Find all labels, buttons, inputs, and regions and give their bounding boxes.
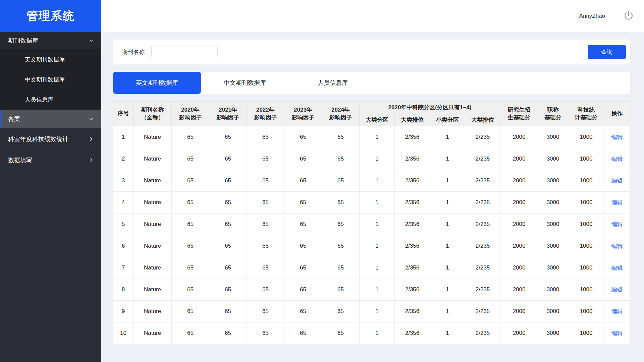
table-row: 7Nature656565656512/35612/23520003000100… [113, 257, 630, 279]
table-row: 1Nature656565656512/35612/23520003000100… [113, 126, 630, 148]
table-cell: 2000 [500, 301, 538, 322]
table-cell: Nature [133, 235, 172, 257]
table-cell: 65 [322, 301, 360, 322]
table-cell: 10 [113, 322, 133, 344]
table-cell: 65 [247, 279, 284, 301]
table-cell: 6 [113, 235, 133, 257]
sidebar-item-label: 备案 [8, 115, 20, 123]
table-cell: 2 [113, 148, 133, 170]
table-cell: 65 [172, 257, 209, 279]
table-cell: 65 [284, 214, 322, 235]
table-cell: 65 [209, 148, 247, 170]
power-icon[interactable] [623, 10, 634, 22]
table-cell: 65 [209, 301, 247, 322]
table-cell: 65 [209, 170, 247, 192]
table-cell: 1 [430, 214, 465, 235]
sidebar-item-personnel-db[interactable]: 人员信息库 [0, 89, 101, 110]
col-major-partition: 大类分区 [360, 114, 395, 126]
table-cell: 65 [284, 301, 322, 322]
table-cell: Nature [133, 126, 172, 148]
table-cell: 1 [430, 322, 465, 344]
main-area: AnnyZhao 期刊名称 查询 英文期刊数据库 中文期刊数据库 人员信息库 [101, 0, 644, 362]
table-cell: 3000 [538, 214, 568, 235]
table-cell: 1000 [568, 214, 604, 235]
table-cell: 65 [284, 235, 322, 257]
tab-personnel-db[interactable]: 人员信息库 [289, 72, 377, 94]
table-cell: 1 [360, 148, 395, 170]
table-cell: Nature [133, 148, 172, 170]
sidebar-item-chinese-journal-db[interactable]: 中文期刊数据库 [0, 69, 101, 89]
journal-name-input[interactable] [151, 46, 218, 58]
edit-link[interactable]: 编辑 [611, 199, 623, 206]
edit-link[interactable]: 编辑 [611, 243, 623, 249]
table-cell: 1000 [568, 257, 604, 279]
edit-link[interactable]: 编辑 [611, 221, 623, 228]
table-cell: 1 [113, 126, 133, 148]
sidebar-item-beian[interactable]: 备案 [0, 110, 101, 128]
table-cell: 3000 [538, 279, 568, 301]
edit-link[interactable]: 编辑 [611, 134, 623, 140]
tab-english-journal-db[interactable]: 英文期刊数据库 [113, 72, 201, 94]
table-cell: 65 [284, 192, 322, 214]
table-cell: Nature [133, 322, 172, 344]
table-cell: 4 [113, 192, 133, 214]
sidebar-item-journal-database[interactable]: 期刊数据库 [0, 32, 101, 49]
table-row: 6Nature656565656512/35612/23520003000100… [113, 235, 630, 257]
table-cell: 1 [360, 214, 395, 235]
edit-link[interactable]: 编辑 [611, 308, 623, 315]
sidebar-item-english-journal-db[interactable]: 英文期刊数据库 [0, 49, 101, 69]
table-cell: 2/356 [395, 214, 430, 235]
table-cell: 1 [360, 301, 395, 322]
edit-link[interactable]: 编辑 [611, 156, 623, 162]
table-cell: 65 [322, 192, 360, 214]
table-header: 序号 期刊名称 （全称） 2020年 影响因子 2021年 影响因子 2022年… [113, 102, 630, 126]
journal-table-panel: 序号 期刊名称 （全称） 2020年 影响因子 2021年 影响因子 2022年… [113, 101, 630, 344]
table-cell: 1 [430, 170, 465, 192]
table-cell: 2/235 [465, 148, 500, 170]
edit-link[interactable]: 编辑 [611, 287, 623, 293]
sidebar: 管理系统 期刊数据库 英文期刊数据库 中文期刊数据库 人员信息库 [0, 0, 101, 362]
edit-link[interactable]: 编辑 [611, 330, 623, 337]
table-cell: 65 [322, 235, 360, 257]
table-cell: 65 [172, 214, 209, 235]
col-seq: 序号 [113, 102, 133, 126]
sidebar-item-data-entry[interactable]: 数据填写 [0, 149, 101, 171]
col-major-rank-2: 大类排位 [465, 114, 500, 126]
tab-bar: 英文期刊数据库 中文期刊数据库 人员信息库 [113, 72, 630, 94]
table-cell: 65 [172, 279, 209, 301]
edit-link[interactable]: 编辑 [611, 265, 623, 271]
table-cell: 65 [209, 257, 247, 279]
edit-link[interactable]: 编辑 [611, 178, 623, 184]
table-cell: 2/235 [465, 126, 500, 148]
table-cell: 65 [172, 126, 209, 148]
table-cell: 2/235 [465, 257, 500, 279]
table-cell: 1000 [568, 126, 604, 148]
col-if-2021: 2021年 影响因子 [209, 102, 247, 126]
table-cell: 1000 [568, 148, 604, 170]
table-row: 10Nature656565656512/35612/2352000300010… [113, 322, 630, 344]
query-button[interactable]: 查询 [588, 45, 626, 59]
table-cell: 65 [209, 214, 247, 235]
table-cell: 1 [430, 235, 465, 257]
table-cell: 2000 [500, 214, 538, 235]
table-cell: 5 [113, 214, 133, 235]
col-if-2024: 2024年 影响因子 [322, 102, 360, 126]
table-cell: 65 [172, 170, 209, 192]
username: AnnyZhao [579, 13, 605, 19]
action-cell: 编辑 [604, 322, 630, 344]
table-cell: 2/356 [395, 322, 430, 344]
table-cell: 65 [284, 322, 322, 344]
sidebar-item-dept-annual-tech-stats[interactable]: 科室年度科技绩效统计 [0, 128, 101, 149]
table-cell: 2/235 [465, 279, 500, 301]
col-title-base-score: 职称 基础分 [538, 102, 568, 126]
journal-name-label: 期刊名称 [122, 48, 145, 56]
tab-chinese-journal-db[interactable]: 中文期刊数据库 [201, 72, 289, 94]
chevron-right-icon [89, 158, 94, 163]
table-cell: 3000 [538, 301, 568, 322]
table-cell: 65 [322, 148, 360, 170]
table-cell: 2/235 [465, 301, 500, 322]
table-cell: 1 [360, 235, 395, 257]
table-cell: 2/235 [465, 235, 500, 257]
table-cell: 1000 [568, 192, 604, 214]
app-root: 管理系统 期刊数据库 英文期刊数据库 中文期刊数据库 人员信息库 [0, 0, 644, 362]
